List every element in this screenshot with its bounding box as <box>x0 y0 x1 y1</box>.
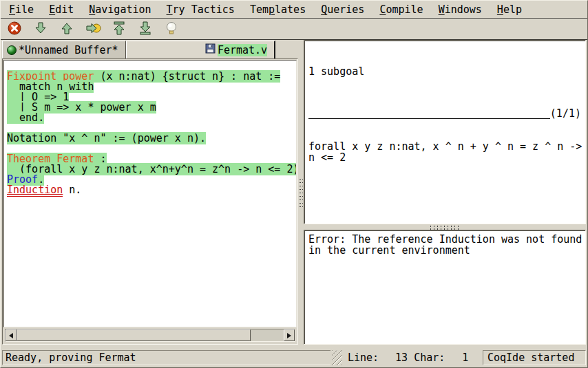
line-label: Line: <box>348 351 379 364</box>
menu-compile[interactable]: Compile <box>374 2 428 17</box>
goal-panel[interactable]: 1 subgoal (1/1) forall x y z n:nat, x ^ … <box>304 40 586 224</box>
goal-divider-line <box>308 109 550 119</box>
goal-counter: (1/1) <box>550 108 581 119</box>
horizontal-scrollbar[interactable] <box>5 329 295 342</box>
goal-line: forall x y z n:nat, x ^ n + y ^ n = z ^ … <box>308 141 581 152</box>
message-line: Error: The reference Induction was not f… <box>308 234 581 245</box>
step-forward-button[interactable] <box>32 21 49 38</box>
editor-frame: Fixpoint power (x n:nat) {struct n} : na… <box>2 58 298 345</box>
menu-navigation[interactable]: Navigation <box>83 2 156 17</box>
status-bar: Ready, proving Fermat Line: 13 Char: 1 C… <box>1 347 587 367</box>
left-arrow-icon <box>9 333 13 338</box>
cursor-position: Line: 13 Char: 1 <box>344 350 481 365</box>
script-editor[interactable]: Fixpoint power (x n:nat) {struct n} : na… <box>3 60 297 327</box>
goal-statement: forall x y z n:nat, x ^ n + y ^ n = z ^ … <box>308 141 581 163</box>
menu-windows[interactable]: Windows <box>433 2 487 17</box>
tab-fermat-label: Fermat.v <box>218 44 267 56</box>
resize-grip-icon[interactable] <box>332 350 342 365</box>
interrupt-icon <box>7 21 22 38</box>
step-backward-button[interactable] <box>59 21 75 38</box>
status-message: Ready, proving Fermat <box>2 350 330 365</box>
line-value: 13 <box>379 351 408 364</box>
menu-queries[interactable]: Queries <box>315 2 370 17</box>
buffer-tab-bar: *Unnamed Buffer* Fermat.v <box>2 40 298 58</box>
tab-fermat[interactable]: Fermat.v <box>126 41 276 58</box>
step-backward-icon <box>59 21 74 38</box>
scrollbar-thumb[interactable] <box>17 329 251 341</box>
main-area: *Unnamed Buffer* Fermat.v Fixpoi <box>1 40 587 347</box>
coqide-status: CoqIde started <box>483 350 586 365</box>
goal-line: n <= 2 <box>308 152 581 163</box>
tab-unnamed-buffer-label: *Unnamed Buffer* <box>19 44 118 56</box>
scroll-right-button[interactable] <box>284 329 295 341</box>
splitter-grip-icon <box>299 177 303 208</box>
toolbar <box>1 19 587 40</box>
menu-help[interactable]: Help <box>492 2 527 17</box>
menu-bar: FileEditNavigationTry TacticsTemplatesQu… <box>1 1 587 19</box>
splitter-grip-icon <box>429 225 461 230</box>
goal-divider: (1/1) <box>308 108 581 119</box>
run-to-start-icon <box>112 21 127 38</box>
code-line: Induction n. <box>7 185 294 195</box>
char-value: 1 <box>445 351 468 364</box>
char-label: Char: <box>414 351 445 364</box>
code-line: end. <box>7 113 294 123</box>
menu-file[interactable]: File <box>3 2 39 17</box>
code-line: (forall x y z n:nat, x^n+y^n = z^n -> n … <box>7 164 294 175</box>
scroll-left-button[interactable] <box>6 329 17 341</box>
coqide-window: FileEditNavigationTry TacticsTemplatesQu… <box>0 0 588 368</box>
menu-edit[interactable]: Edit <box>43 2 79 17</box>
messages-panel[interactable]: Error: The reference Induction was not f… <box>304 230 586 345</box>
run-to-cursor-button[interactable] <box>85 21 101 38</box>
message-line: in the current environment <box>308 245 581 256</box>
unsaved-sphere-icon <box>7 45 17 55</box>
code-line: Notation "x ^ n" := (power x n). <box>7 133 294 144</box>
script-pane: *Unnamed Buffer* Fermat.v Fixpoi <box>2 40 298 345</box>
run-to-start-button[interactable] <box>111 21 127 38</box>
vertical-splitter[interactable] <box>298 40 304 345</box>
proof-pane: 1 subgoal (1/1) forall x y z n:nat, x ^ … <box>304 40 586 345</box>
code-line: | S m => x * power x m <box>7 102 294 113</box>
tab-unnamed-buffer[interactable]: *Unnamed Buffer* <box>2 41 126 58</box>
interrupt-button[interactable] <box>6 21 23 38</box>
run-to-cursor-icon <box>85 21 101 38</box>
menu-try-tactics[interactable]: Try Tactics <box>161 2 240 17</box>
menu-templates[interactable]: Templates <box>244 2 311 17</box>
step-forward-icon <box>33 21 48 38</box>
horizontal-splitter[interactable] <box>304 224 586 230</box>
scrollbar-track[interactable] <box>251 329 284 341</box>
subgoal-count: 1 subgoal <box>308 66 581 77</box>
right-arrow-icon <box>287 333 291 338</box>
